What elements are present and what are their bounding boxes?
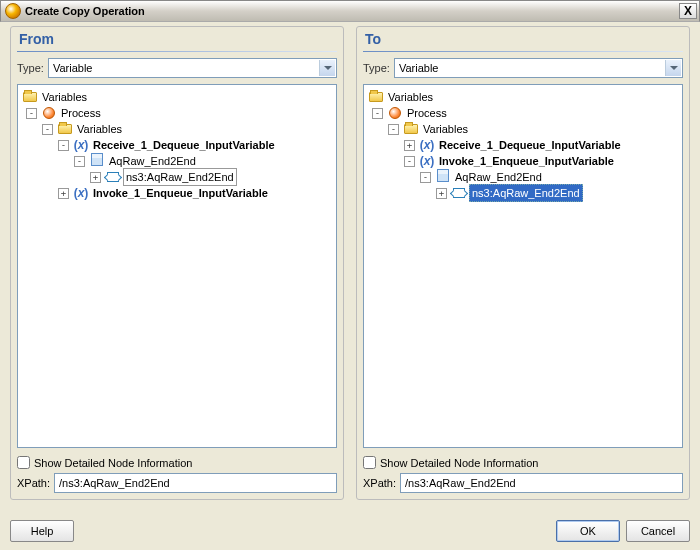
tree-node-process[interactable]: Process bbox=[405, 105, 449, 121]
window-title: Create Copy Operation bbox=[25, 5, 679, 17]
expand-icon[interactable]: + bbox=[436, 188, 447, 199]
tree-node-process[interactable]: Process bbox=[59, 105, 103, 121]
variable-icon: x bbox=[74, 185, 89, 201]
tree-node-aqraw[interactable]: AqRaw_End2End bbox=[453, 169, 544, 185]
tree-node-receive[interactable]: Receive_1_Dequeue_InputVariable bbox=[91, 137, 277, 153]
from-panel: From Type: Variable Variables -Process -… bbox=[10, 26, 344, 500]
tree-node-receive[interactable]: Receive_1_Dequeue_InputVariable bbox=[437, 137, 623, 153]
collapse-icon[interactable]: - bbox=[74, 156, 85, 167]
from-xpath-label: XPath: bbox=[17, 477, 50, 489]
expand-icon[interactable]: + bbox=[90, 172, 101, 183]
expand-icon[interactable]: + bbox=[58, 188, 69, 199]
to-xpath-input[interactable] bbox=[400, 473, 683, 493]
tree-node-variables[interactable]: Variables bbox=[421, 121, 470, 137]
folder-icon bbox=[369, 92, 383, 102]
to-show-detail-checkbox[interactable] bbox=[363, 456, 376, 469]
variable-icon: x bbox=[74, 137, 89, 153]
collapse-icon[interactable]: - bbox=[372, 108, 383, 119]
variable-icon: x bbox=[420, 137, 435, 153]
to-type-select[interactable]: Variable bbox=[394, 58, 683, 78]
to-panel: To Type: Variable Variables -Process -Va… bbox=[356, 26, 690, 500]
chevron-down-icon bbox=[665, 60, 681, 76]
to-tree[interactable]: Variables -Process -Variables +xReceive_… bbox=[363, 84, 683, 448]
tree-node-variables[interactable]: Variables bbox=[75, 121, 124, 137]
tree-node-ns3[interactable]: ns3:AqRaw_End2End bbox=[123, 168, 237, 186]
help-button[interactable]: Help bbox=[10, 520, 74, 542]
expand-icon[interactable]: + bbox=[404, 140, 415, 151]
folder-icon bbox=[58, 124, 72, 134]
tree-node-invoke[interactable]: Invoke_1_Enqueue_InputVariable bbox=[437, 153, 616, 169]
process-icon bbox=[43, 107, 55, 119]
collapse-icon[interactable]: - bbox=[42, 124, 53, 135]
from-type-value: Variable bbox=[53, 62, 93, 74]
from-type-select[interactable]: Variable bbox=[48, 58, 337, 78]
cancel-button[interactable]: Cancel bbox=[626, 520, 690, 542]
from-xpath-input[interactable] bbox=[54, 473, 337, 493]
process-icon bbox=[389, 107, 401, 119]
to-xpath-label: XPath: bbox=[363, 477, 396, 489]
from-show-detail-checkbox[interactable] bbox=[17, 456, 30, 469]
to-show-detail-label: Show Detailed Node Information bbox=[380, 457, 538, 469]
ok-button[interactable]: OK bbox=[556, 520, 620, 542]
tree-node-variables-root[interactable]: Variables bbox=[40, 89, 89, 105]
collapse-icon[interactable]: - bbox=[26, 108, 37, 119]
from-header: From bbox=[11, 27, 343, 49]
close-button[interactable]: X bbox=[679, 3, 697, 19]
element-icon bbox=[453, 188, 465, 198]
app-icon bbox=[5, 3, 21, 19]
collapse-icon[interactable]: - bbox=[420, 172, 431, 183]
chevron-down-icon bbox=[319, 60, 335, 76]
folder-icon bbox=[23, 92, 37, 102]
variable-icon: x bbox=[420, 153, 435, 169]
collapse-icon[interactable]: - bbox=[58, 140, 69, 151]
collapse-icon[interactable]: - bbox=[388, 124, 399, 135]
from-type-label: Type: bbox=[17, 62, 44, 74]
tree-node-variables-root[interactable]: Variables bbox=[386, 89, 435, 105]
message-icon bbox=[91, 156, 103, 166]
tree-node-ns3-selected[interactable]: ns3:AqRaw_End2End bbox=[469, 184, 583, 202]
message-icon bbox=[437, 172, 449, 182]
to-type-value: Variable bbox=[399, 62, 439, 74]
tree-node-aqraw[interactable]: AqRaw_End2End bbox=[107, 153, 198, 169]
divider bbox=[17, 51, 337, 52]
from-show-detail-label: Show Detailed Node Information bbox=[34, 457, 192, 469]
to-type-label: Type: bbox=[363, 62, 390, 74]
titlebar: Create Copy Operation X bbox=[0, 0, 700, 22]
collapse-icon[interactable]: - bbox=[404, 156, 415, 167]
from-tree[interactable]: Variables -Process -Variables -xReceive_… bbox=[17, 84, 337, 448]
tree-node-invoke[interactable]: Invoke_1_Enqueue_InputVariable bbox=[91, 185, 270, 201]
folder-icon bbox=[404, 124, 418, 134]
divider bbox=[363, 51, 683, 52]
to-header: To bbox=[357, 27, 689, 49]
element-icon bbox=[107, 172, 119, 182]
